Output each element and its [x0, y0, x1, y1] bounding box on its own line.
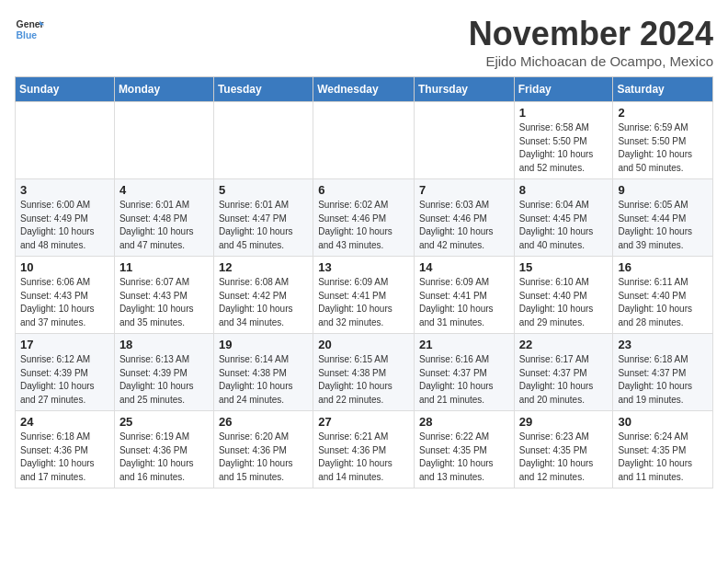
calendar-week-row: 1Sunrise: 6:58 AMSunset: 5:50 PMDaylight… — [16, 102, 713, 179]
calendar-cell — [16, 102, 115, 179]
day-info: Sunrise: 6:02 AMSunset: 4:46 PMDaylight:… — [318, 199, 409, 252]
calendar-cell: 8Sunrise: 6:04 AMSunset: 4:45 PMDaylight… — [514, 179, 613, 257]
month-title: November 2024 — [469, 15, 713, 53]
day-number: 24 — [20, 415, 109, 429]
day-info: Sunrise: 6:15 AMSunset: 4:38 PMDaylight:… — [318, 353, 409, 407]
calendar-week-row: 10Sunrise: 6:06 AMSunset: 4:43 PMDayligh… — [16, 257, 713, 334]
day-info: Sunrise: 6:24 AMSunset: 4:35 PMDaylight:… — [618, 431, 708, 484]
day-info: Sunrise: 6:14 AMSunset: 4:38 PMDaylight:… — [219, 353, 308, 407]
day-info: Sunrise: 6:01 AMSunset: 4:48 PMDaylight:… — [119, 199, 209, 252]
day-number: 19 — [219, 338, 308, 351]
day-number: 22 — [519, 338, 609, 351]
day-info: Sunrise: 6:16 AMSunset: 4:37 PMDaylight:… — [419, 353, 509, 407]
day-number: 26 — [219, 415, 308, 429]
title-area: November 2024 Ejido Michoacan de Ocampo,… — [469, 15, 713, 69]
day-number: 4 — [119, 183, 209, 197]
weekday-header-cell: Monday — [114, 77, 213, 102]
day-info: Sunrise: 6:04 AMSunset: 4:45 PMDaylight:… — [519, 199, 609, 252]
calendar-week-row: 3Sunrise: 6:00 AMSunset: 4:49 PMDaylight… — [16, 179, 713, 257]
calendar-cell: 20Sunrise: 6:15 AMSunset: 4:38 PMDayligh… — [313, 334, 415, 411]
day-info: Sunrise: 6:58 AMSunset: 5:50 PMDaylight:… — [519, 121, 609, 175]
calendar-body: 1Sunrise: 6:58 AMSunset: 5:50 PMDaylight… — [16, 102, 713, 488]
calendar-cell: 30Sunrise: 6:24 AMSunset: 4:35 PMDayligh… — [613, 411, 713, 488]
day-info: Sunrise: 6:18 AMSunset: 4:37 PMDaylight:… — [618, 353, 708, 407]
calendar-cell: 7Sunrise: 6:03 AMSunset: 4:46 PMDaylight… — [414, 179, 514, 257]
day-number: 20 — [318, 338, 409, 351]
day-number: 7 — [419, 183, 509, 197]
calendar-cell: 9Sunrise: 6:05 AMSunset: 4:44 PMDaylight… — [613, 179, 713, 257]
day-info: Sunrise: 6:13 AMSunset: 4:39 PMDaylight:… — [119, 353, 209, 407]
calendar-cell: 5Sunrise: 6:01 AMSunset: 4:47 PMDaylight… — [213, 179, 313, 257]
day-info: Sunrise: 6:19 AMSunset: 4:36 PMDaylight:… — [119, 431, 209, 484]
day-number: 5 — [219, 183, 308, 197]
location-subtitle: Ejido Michoacan de Ocampo, Mexico — [469, 53, 713, 69]
day-number: 11 — [119, 260, 209, 274]
calendar-cell: 11Sunrise: 6:07 AMSunset: 4:43 PMDayligh… — [114, 257, 213, 334]
weekday-header-cell: Sunday — [16, 77, 115, 102]
calendar-cell: 18Sunrise: 6:13 AMSunset: 4:39 PMDayligh… — [114, 334, 213, 411]
day-info: Sunrise: 6:20 AMSunset: 4:36 PMDaylight:… — [219, 431, 308, 484]
calendar-cell: 14Sunrise: 6:09 AMSunset: 4:41 PMDayligh… — [414, 257, 514, 334]
calendar-week-row: 17Sunrise: 6:12 AMSunset: 4:39 PMDayligh… — [16, 334, 713, 411]
weekday-header-cell: Friday — [514, 77, 613, 102]
calendar-cell: 3Sunrise: 6:00 AMSunset: 4:49 PMDaylight… — [16, 179, 115, 257]
day-info: Sunrise: 6:07 AMSunset: 4:43 PMDaylight:… — [119, 276, 209, 329]
day-info: Sunrise: 6:59 AMSunset: 5:50 PMDaylight:… — [618, 121, 708, 175]
calendar-cell — [313, 102, 415, 179]
day-number: 9 — [618, 183, 708, 197]
day-number: 1 — [519, 106, 609, 120]
calendar-cell — [414, 102, 514, 179]
day-number: 28 — [419, 415, 509, 429]
day-info: Sunrise: 6:00 AMSunset: 4:49 PMDaylight:… — [20, 199, 109, 252]
day-info: Sunrise: 6:18 AMSunset: 4:36 PMDaylight:… — [20, 431, 109, 484]
calendar-cell: 29Sunrise: 6:23 AMSunset: 4:35 PMDayligh… — [514, 411, 613, 488]
day-number: 17 — [20, 338, 109, 351]
calendar-table: SundayMondayTuesdayWednesdayThursdayFrid… — [15, 76, 713, 488]
day-info: Sunrise: 6:23 AMSunset: 4:35 PMDaylight:… — [519, 431, 609, 484]
logo-icon: General Blue — [15, 15, 44, 44]
calendar-cell: 17Sunrise: 6:12 AMSunset: 4:39 PMDayligh… — [16, 334, 115, 411]
calendar-cell: 21Sunrise: 6:16 AMSunset: 4:37 PMDayligh… — [414, 334, 514, 411]
day-number: 21 — [419, 338, 509, 351]
day-number: 29 — [519, 415, 609, 429]
day-number: 27 — [318, 415, 409, 429]
day-number: 13 — [318, 260, 409, 274]
calendar-cell: 1Sunrise: 6:58 AMSunset: 5:50 PMDaylight… — [514, 102, 613, 179]
day-info: Sunrise: 6:21 AMSunset: 4:36 PMDaylight:… — [318, 431, 409, 484]
day-info: Sunrise: 6:12 AMSunset: 4:39 PMDaylight:… — [20, 353, 109, 407]
day-number: 12 — [219, 260, 308, 274]
calendar-cell: 16Sunrise: 6:11 AMSunset: 4:40 PMDayligh… — [613, 257, 713, 334]
day-number: 18 — [119, 338, 209, 351]
day-info: Sunrise: 6:03 AMSunset: 4:46 PMDaylight:… — [419, 199, 509, 252]
calendar-cell: 27Sunrise: 6:21 AMSunset: 4:36 PMDayligh… — [313, 411, 415, 488]
day-info: Sunrise: 6:05 AMSunset: 4:44 PMDaylight:… — [618, 199, 708, 252]
weekday-header-cell: Saturday — [613, 77, 713, 102]
calendar-cell: 10Sunrise: 6:06 AMSunset: 4:43 PMDayligh… — [16, 257, 115, 334]
day-number: 25 — [119, 415, 209, 429]
calendar-cell: 4Sunrise: 6:01 AMSunset: 4:48 PMDaylight… — [114, 179, 213, 257]
calendar-cell — [213, 102, 313, 179]
calendar-cell — [114, 102, 213, 179]
calendar-cell: 13Sunrise: 6:09 AMSunset: 4:41 PMDayligh… — [313, 257, 415, 334]
day-number: 14 — [419, 260, 509, 274]
day-info: Sunrise: 6:10 AMSunset: 4:40 PMDaylight:… — [519, 276, 609, 329]
svg-text:Blue: Blue — [17, 30, 38, 40]
day-number: 16 — [618, 260, 708, 274]
calendar-cell: 25Sunrise: 6:19 AMSunset: 4:36 PMDayligh… — [114, 411, 213, 488]
weekday-header-cell: Tuesday — [213, 77, 313, 102]
calendar-week-row: 24Sunrise: 6:18 AMSunset: 4:36 PMDayligh… — [16, 411, 713, 488]
day-number: 23 — [618, 338, 708, 351]
day-info: Sunrise: 6:09 AMSunset: 4:41 PMDaylight:… — [419, 276, 509, 329]
day-number: 8 — [519, 183, 609, 197]
day-number: 2 — [618, 106, 708, 120]
weekday-header-cell: Thursday — [414, 77, 514, 102]
logo: General Blue — [15, 15, 44, 44]
day-info: Sunrise: 6:08 AMSunset: 4:42 PMDaylight:… — [219, 276, 308, 329]
day-info: Sunrise: 6:11 AMSunset: 4:40 PMDaylight:… — [618, 276, 708, 329]
day-info: Sunrise: 6:17 AMSunset: 4:37 PMDaylight:… — [519, 353, 609, 407]
weekday-header-cell: Wednesday — [313, 77, 415, 102]
calendar-cell: 26Sunrise: 6:20 AMSunset: 4:36 PMDayligh… — [213, 411, 313, 488]
day-number: 30 — [618, 415, 708, 429]
calendar-cell: 12Sunrise: 6:08 AMSunset: 4:42 PMDayligh… — [213, 257, 313, 334]
calendar-cell: 19Sunrise: 6:14 AMSunset: 4:38 PMDayligh… — [213, 334, 313, 411]
